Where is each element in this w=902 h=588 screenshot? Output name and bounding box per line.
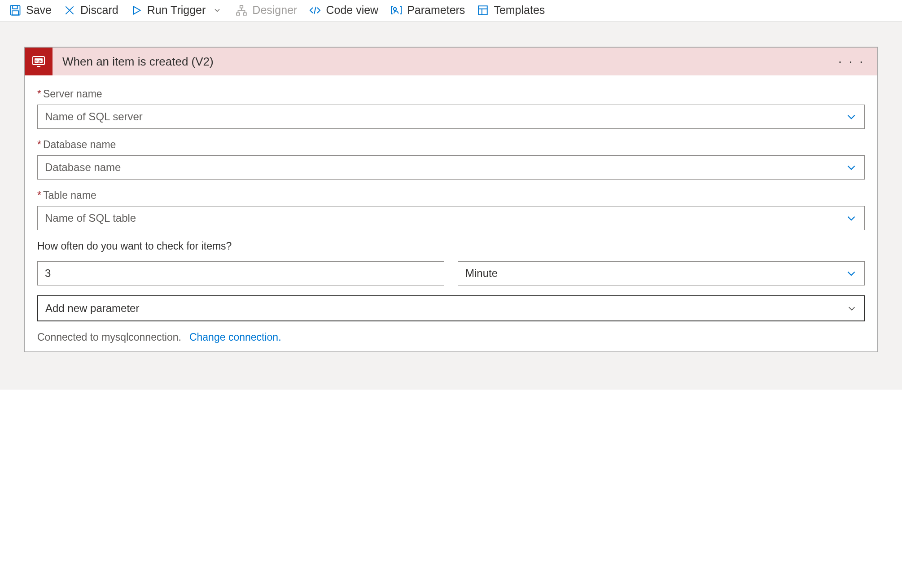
required-indicator: * <box>37 189 41 202</box>
connection-row: Connected to mysqlconnection. Change con… <box>37 331 865 343</box>
table-name-field: * Table name Name of SQL table <box>37 189 865 230</box>
discard-button[interactable]: Discard <box>63 4 118 17</box>
table-name-label: * Table name <box>37 189 865 202</box>
svg-text:SQL: SQL <box>35 59 42 63</box>
table-name-input[interactable]: Name of SQL table <box>37 206 865 230</box>
server-name-field: * Server name Name of SQL server <box>37 88 865 129</box>
discard-label: Discard <box>80 4 118 17</box>
parameters-label: Parameters <box>407 4 465 17</box>
chevron-down-icon <box>847 303 857 313</box>
play-icon <box>130 4 143 17</box>
svg-rect-1 <box>13 5 17 9</box>
chevron-down-icon <box>845 212 857 224</box>
interval-unit-select[interactable]: Minute <box>458 261 865 285</box>
close-icon <box>63 4 76 17</box>
run-trigger-button[interactable]: Run Trigger <box>130 4 224 17</box>
templates-button[interactable]: Templates <box>477 4 545 17</box>
save-label: Save <box>26 4 52 17</box>
interval-value-text[interactable] <box>45 267 437 280</box>
server-name-label: * Server name <box>37 88 865 100</box>
run-trigger-label: Run Trigger <box>147 4 206 17</box>
sql-connector-icon: SQL <box>25 48 53 75</box>
add-parameter-select[interactable]: Add new parameter <box>37 295 865 321</box>
svg-rect-8 <box>244 13 247 15</box>
database-name-input[interactable]: Database name <box>37 155 865 180</box>
flowchart-icon <box>235 4 248 17</box>
database-name-label: * Database name <box>37 139 865 151</box>
designer-label: Designer <box>252 4 297 17</box>
save-button[interactable]: Save <box>9 4 52 17</box>
code-view-label: Code view <box>326 4 378 17</box>
templates-label: Templates <box>494 4 545 17</box>
frequency-row: Minute <box>37 261 865 285</box>
svg-point-14 <box>394 7 396 10</box>
designer-button: Designer <box>235 4 297 17</box>
interval-value-input[interactable] <box>37 261 444 285</box>
templates-icon <box>477 4 489 17</box>
database-name-field: * Database name Database name <box>37 139 865 180</box>
connection-status: Connected to mysqlconnection. <box>37 331 181 343</box>
parameters-button[interactable]: Parameters <box>390 4 465 17</box>
card-body: * Server name Name of SQL server * Datab… <box>25 75 877 351</box>
parameters-icon <box>390 4 403 17</box>
required-indicator: * <box>37 139 41 151</box>
toolbar: Save Discard Run Trigger <box>0 0 902 22</box>
save-icon <box>9 4 22 17</box>
chevron-down-icon <box>845 111 857 123</box>
trigger-card: SQL When an item is created (V2) · · · *… <box>24 47 878 352</box>
svg-rect-15 <box>479 6 488 15</box>
code-icon <box>309 4 321 17</box>
card-title: When an item is created (V2) <box>62 55 835 69</box>
chevron-down-icon <box>211 4 223 17</box>
svg-line-13 <box>314 7 316 14</box>
chevron-down-icon <box>845 268 857 279</box>
frequency-label: How often do you want to check for items… <box>37 240 865 252</box>
svg-rect-7 <box>237 13 240 15</box>
code-view-button[interactable]: Code view <box>309 4 378 17</box>
svg-rect-2 <box>12 11 18 15</box>
svg-marker-5 <box>133 6 140 14</box>
required-indicator: * <box>37 88 41 100</box>
change-connection-link[interactable]: Change connection. <box>189 331 281 343</box>
chevron-down-icon <box>845 162 857 173</box>
server-name-input[interactable]: Name of SQL server <box>37 105 865 129</box>
canvas: SQL When an item is created (V2) · · · *… <box>0 22 902 390</box>
card-menu-button[interactable]: · · · <box>835 54 868 69</box>
svg-rect-6 <box>240 5 243 8</box>
card-header[interactable]: SQL When an item is created (V2) · · · <box>25 48 877 75</box>
